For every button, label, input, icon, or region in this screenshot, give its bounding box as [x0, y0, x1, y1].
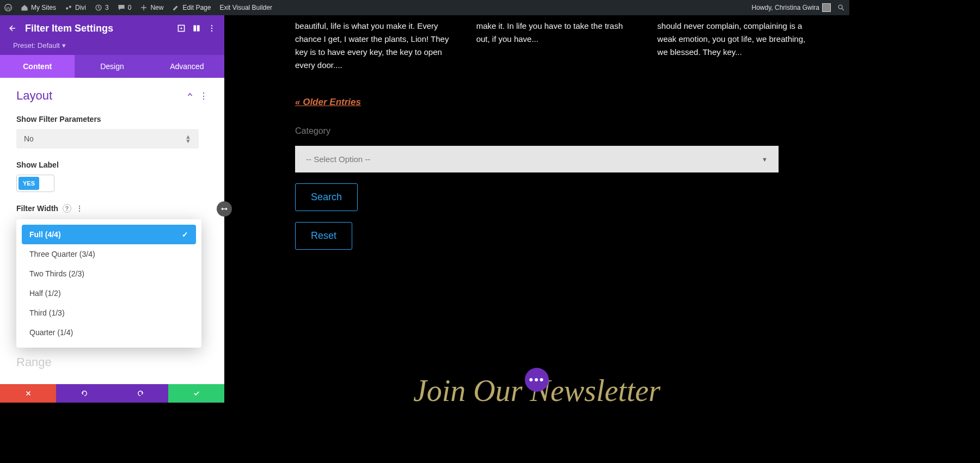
option-full[interactable]: Full (4/4)✓: [22, 225, 196, 244]
post-excerpt-2: make it. In life you have to take the tr…: [476, 20, 636, 72]
post-excerpt-3: should never complain, complaining is a …: [657, 20, 817, 72]
howdy-user[interactable]: Howdy, Christina Gwira: [752, 3, 831, 12]
filter-width-dropdown: Full (4/4)✓ Three Quarter (3/4) Two Thir…: [16, 219, 201, 348]
panel-tabs: Content Design Advanced: [0, 55, 224, 78]
check-icon: ✓: [182, 230, 188, 239]
new-label: New: [150, 4, 163, 11]
tab-content[interactable]: Content: [0, 55, 75, 78]
chevron-up-icon: [186, 91, 194, 101]
svg-rect-7: [197, 25, 200, 31]
range-text: Range: [16, 355, 208, 369]
tab-design[interactable]: Design: [75, 55, 149, 78]
panel-body: Layout ⋮ Show Filter Parameters No ▲▼ Sh…: [0, 78, 224, 384]
edit-page-label: Edit Page: [182, 4, 211, 11]
svg-point-2: [69, 6, 71, 8]
columns-icon[interactable]: [192, 23, 201, 33]
edit-page-link[interactable]: Edit Page: [172, 4, 211, 11]
preset-selector[interactable]: Preset: Default ▾: [0, 41, 224, 55]
redo-button[interactable]: [112, 384, 168, 403]
my-sites-link[interactable]: My Sites: [21, 4, 56, 11]
resize-handle[interactable]: [217, 201, 232, 217]
filter-width-label-row: Filter Width ? ⋮: [16, 204, 208, 213]
page-preview: beautiful, life is what you make it. Eve…: [224, 15, 849, 403]
back-icon[interactable]: [8, 23, 17, 33]
option-three-quarter[interactable]: Three Quarter (3/4): [22, 244, 196, 264]
option-two-thirds[interactable]: Two Thirds (2/3): [22, 264, 196, 283]
layout-section-toggle[interactable]: Layout ⋮: [16, 89, 208, 103]
option-half[interactable]: Half (1/2): [22, 283, 196, 303]
undo-button[interactable]: [56, 384, 112, 403]
dropdown-icon: ▼: [762, 156, 768, 163]
category-label: Category: [295, 126, 817, 136]
builder-fab[interactable]: •••: [525, 368, 549, 392]
comments-count: 0: [128, 4, 132, 11]
cancel-button[interactable]: [0, 384, 56, 403]
search-button[interactable]: Search: [295, 183, 358, 211]
svg-point-8: [211, 25, 212, 26]
posts-row: beautiful, life is what you make it. Eve…: [257, 20, 817, 72]
more-icon[interactable]: [207, 23, 217, 33]
wp-logo[interactable]: [4, 4, 12, 11]
svg-point-3: [838, 5, 842, 9]
settings-panel: Filter Item Settings Preset: Default ▾ C…: [0, 15, 224, 403]
filter-width-label: Filter Width: [16, 204, 58, 213]
howdy-label: Howdy, Christina Gwira: [752, 4, 819, 11]
svg-point-9: [211, 28, 212, 29]
updates-link[interactable]: 3: [95, 4, 109, 11]
svg-point-0: [5, 4, 12, 11]
layout-title: Layout: [16, 89, 186, 103]
toggle-value: YES: [19, 177, 39, 190]
user-avatar: [822, 3, 831, 12]
svg-point-10: [211, 30, 212, 32]
svg-rect-6: [193, 25, 196, 31]
exit-vb-label: Exit Visual Builder: [219, 4, 272, 11]
new-link[interactable]: New: [140, 4, 163, 11]
option-quarter[interactable]: Quarter (1/4): [22, 323, 196, 342]
preset-label: Preset: Default ▾: [13, 41, 66, 50]
tab-advanced[interactable]: Advanced: [150, 55, 224, 78]
divi-link[interactable]: Divi: [65, 4, 86, 11]
comments-link[interactable]: 0: [118, 4, 132, 11]
show-filter-params-label: Show Filter Parameters: [16, 115, 208, 124]
category-select-value: -- Select Option --: [306, 155, 370, 164]
post-excerpt-1: beautiful, life is what you make it. Eve…: [295, 20, 455, 72]
panel-title: Filter Item Settings: [25, 23, 171, 34]
show-filter-params-value: No: [24, 134, 34, 143]
show-filter-params-field: Show Filter Parameters No ▲▼: [16, 115, 208, 149]
my-sites-label: My Sites: [31, 4, 56, 11]
show-label-field: Show Label YES: [16, 160, 208, 192]
show-label-label: Show Label: [16, 160, 208, 169]
category-select[interactable]: -- Select Option -- ▼: [295, 146, 779, 172]
panel-footer: [0, 384, 224, 403]
search-icon[interactable]: [837, 4, 845, 11]
field-more-icon[interactable]: ⋮: [76, 204, 83, 213]
wp-admin-bar: My Sites Divi 3 0 New Edit Page Exit Vis…: [0, 0, 849, 15]
filter-width-field: Filter Width ? ⋮ Full (4/4)✓ Three Quart…: [16, 204, 208, 348]
svg-point-5: [180, 27, 182, 29]
panel-header: Filter Item Settings: [0, 15, 224, 41]
expand-icon[interactable]: [176, 23, 186, 33]
svg-point-1: [66, 7, 68, 9]
exit-visual-builder[interactable]: Exit Visual Builder: [219, 4, 272, 11]
older-entries-link[interactable]: « Older Entries: [295, 97, 361, 108]
save-button[interactable]: [168, 384, 224, 403]
updates-count: 3: [105, 4, 109, 11]
reset-button[interactable]: Reset: [295, 222, 352, 250]
show-label-toggle[interactable]: YES: [16, 175, 54, 192]
section-more-icon[interactable]: ⋮: [199, 91, 208, 101]
show-filter-params-select[interactable]: No ▲▼: [16, 129, 199, 149]
help-icon[interactable]: ?: [63, 204, 71, 213]
divi-label: Divi: [75, 4, 86, 11]
option-third[interactable]: Third (1/3): [22, 303, 196, 323]
select-arrows-icon: ▲▼: [185, 134, 191, 143]
